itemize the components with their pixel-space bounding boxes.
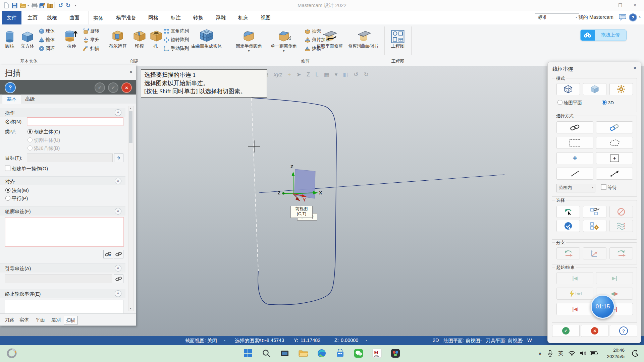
mastercam-app-button[interactable]: M2022: [371, 348, 383, 359]
tab-advanced[interactable]: 高级: [21, 95, 39, 104]
tab-basic[interactable]: 基本: [2, 95, 21, 104]
start-button[interactable]: [242, 348, 254, 359]
radio-create-body[interactable]: [28, 129, 33, 134]
drag-upload-button[interactable]: 拖拽上传: [580, 29, 627, 41]
wechat-button[interactable]: [353, 348, 364, 359]
mode-solid-button[interactable]: [583, 83, 606, 95]
operation-section-header[interactable]: 操作 ∧: [0, 108, 125, 117]
tplane-dropdown-icon[interactable]: ▾: [522, 339, 523, 342]
profile-chain-section-header[interactable]: 轮廓串连(F) ∧: [0, 206, 125, 216]
selection-options-button[interactable]: [583, 220, 606, 232]
sweep-panel-close-icon[interactable]: ×: [129, 69, 132, 75]
unselect-last-button[interactable]: [556, 206, 580, 218]
scroll-up-icon[interactable]: ▲: [128, 107, 133, 110]
torus-button[interactable]: 圆环: [39, 45, 55, 53]
cancel-button[interactable]: ×: [121, 82, 132, 93]
chamfer-button[interactable]: 1 单一距离倒角 ▼: [267, 26, 301, 53]
wait-checkbox[interactable]: [601, 184, 606, 190]
chamfer-dropdown-icon[interactable]: ▼: [267, 49, 301, 53]
collapse-chevron-icon[interactable]: ∧: [115, 290, 121, 297]
manual-array-button[interactable]: 手动阵列: [164, 45, 189, 53]
feedback-icon[interactable]: [619, 14, 627, 22]
section-view-dropdown-icon[interactable]: ▾: [224, 339, 225, 342]
area-add-button[interactable]: +: [596, 152, 633, 164]
tab-mesh[interactable]: 网格: [145, 11, 162, 24]
radio-normal[interactable]: [5, 188, 10, 193]
name-input[interactable]: [27, 117, 123, 126]
tplane-status[interactable]: 刀具平面: 前视图: [486, 338, 523, 344]
boolean-button[interactable]: 布尔运算: [107, 26, 129, 49]
dimension-mode-toggle[interactable]: 2D: [433, 338, 439, 343]
select-all-button[interactable]: [556, 220, 580, 232]
mode-options-button[interactable]: [609, 83, 633, 95]
hole-button[interactable]: 孔: [150, 26, 162, 49]
tab-surfaces[interactable]: 曲面: [66, 11, 83, 24]
chain-help-button[interactable]: ?: [610, 325, 637, 337]
sweep-help-icon[interactable]: ?: [5, 82, 16, 93]
collapse-ribbon-icon[interactable]: ∧: [639, 15, 641, 18]
cplane-status[interactable]: 绘图平面: 前视图: [443, 338, 480, 344]
help-icon[interactable]: ?: [629, 13, 637, 21]
tab-art[interactable]: 浮雕: [212, 11, 229, 24]
my-mastercam-link[interactable]: 我的 Mastercam: [578, 14, 613, 20]
battery-tray-icon[interactable]: [588, 348, 600, 359]
cancel-chain-button[interactable]: ×: [581, 325, 608, 337]
end-profile-section-header[interactable]: 终止轮廓串连(E) ∧: [0, 289, 125, 298]
minimize-button[interactable]: –: [600, 1, 611, 9]
close-button[interactable]: ×: [629, 1, 641, 9]
combo-arrow-icon[interactable]: ▾: [592, 184, 593, 191]
tab-model-prep[interactable]: 模型准备: [113, 11, 140, 24]
sweep-button[interactable]: 扫描: [83, 45, 99, 53]
tab-planes[interactable]: 平面: [34, 316, 47, 324]
chain-features-button[interactable]: [583, 206, 606, 218]
tray-expand-icon[interactable]: ∧: [534, 348, 546, 359]
collapse-chevron-icon[interactable]: ∧: [115, 178, 121, 184]
tab-solids-manager[interactable]: 实体: [17, 316, 31, 324]
scrollbar-thumb[interactable]: [129, 111, 132, 143]
tab-machine[interactable]: 机床: [235, 11, 252, 24]
window-select-button[interactable]: [556, 137, 593, 149]
point-add-button[interactable]: +: [556, 152, 593, 164]
notification-moon-icon[interactable]: [629, 348, 641, 359]
cone-button[interactable]: 锥体: [39, 36, 55, 44]
title-bar[interactable]: ▾ ↺ ↻ ▾ Mastercam 设计 2022 – ❐ ×: [0, 0, 644, 11]
loft-button[interactable]: 举升: [83, 36, 99, 44]
cube-button[interactable]: 立方体: [18, 26, 37, 49]
rect-array-button[interactable]: 直角阵列: [164, 27, 189, 35]
align-section-header[interactable]: 对齐 ∧: [0, 176, 125, 185]
tab-wireframe[interactable]: 线框: [44, 11, 60, 24]
section-view-status[interactable]: 截面视图: 关闭: [185, 338, 217, 344]
search-button[interactable]: [261, 348, 272, 359]
tab-drafting[interactable]: 标注: [167, 11, 184, 24]
single-line-button[interactable]: [556, 168, 593, 180]
volume-tray-icon[interactable]: [577, 348, 589, 359]
collapse-chevron-icon[interactable]: ∧: [115, 109, 121, 116]
wifi-tray-icon[interactable]: [566, 348, 578, 359]
radio-3d-mode[interactable]: [602, 100, 607, 105]
inside-combo[interactable]: 范围内 ▾: [556, 184, 595, 192]
file-explorer-button[interactable]: [298, 348, 309, 359]
tab-levels[interactable]: 层别: [49, 316, 63, 324]
step-back-button[interactable]: |◀: [556, 303, 593, 315]
collapse-chevron-icon[interactable]: ∧: [115, 208, 121, 215]
tab-transform[interactable]: 转换: [190, 11, 207, 24]
z-dropdown-icon[interactable]: ▾: [366, 339, 367, 342]
profile-chain-list[interactable]: [5, 217, 124, 247]
partial-chain-button[interactable]: [596, 121, 633, 133]
polygon-select-button[interactable]: [596, 137, 633, 149]
tab-file[interactable]: 文件: [2, 11, 21, 24]
tab-toolpaths[interactable]: 刀路: [3, 316, 16, 324]
trim-to-surface-button[interactable]: 修剪到曲面/薄片: [346, 26, 381, 49]
end-profile-list[interactable]: [5, 300, 123, 314]
style-combo[interactable]: 标准 ▾: [535, 13, 579, 22]
task-view-button[interactable]: [279, 348, 290, 359]
edge-browser-button[interactable]: [316, 348, 327, 359]
chain-select-button[interactable]: [556, 121, 593, 133]
profile-chain-edit-button[interactable]: [114, 250, 123, 258]
tab-view[interactable]: 视图: [257, 11, 274, 24]
revolve-button[interactable]: 旋转: [83, 27, 99, 35]
panel-scrollbar[interactable]: ▲ ▼: [128, 106, 134, 311]
maximize-button[interactable]: ❐: [614, 1, 626, 9]
radio-cplane-mode[interactable]: [557, 100, 562, 105]
fillet-dropdown-icon[interactable]: ▼: [232, 49, 266, 53]
